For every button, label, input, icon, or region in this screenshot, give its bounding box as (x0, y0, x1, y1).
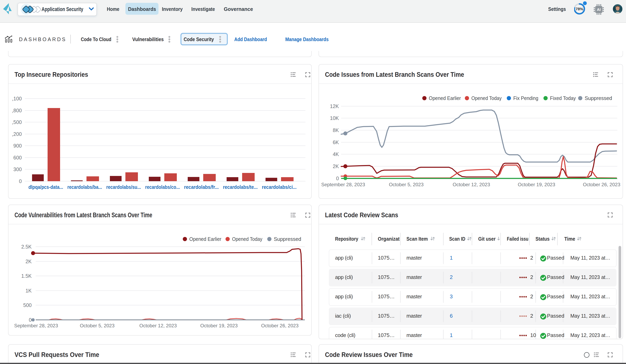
svg-text:October 5, 2023: October 5, 2023 (389, 182, 424, 187)
svg-text:12K: 12K (330, 103, 339, 109)
svg-text:,800: ,800 (12, 108, 22, 113)
svg-text:2.5K: 2.5K (21, 244, 32, 250)
svg-text:October 19, 2023: October 19, 2023 (200, 323, 237, 328)
svg-text:October 5, 2023: October 5, 2023 (80, 323, 115, 328)
svg-text:8K: 8K (333, 127, 339, 133)
svg-text:AI: AI (597, 7, 601, 12)
svg-text:2K: 2K (25, 258, 32, 264)
svg-text:Fixed Today: Fixed Today (550, 95, 576, 101)
svg-text:0: 0 (336, 176, 339, 181)
svg-text:September 28, 2023: September 28, 2023 (14, 323, 58, 328)
svg-text:Fix Pending: Fix Pending (513, 95, 538, 101)
svg-text:2K: 2K (333, 163, 339, 169)
svg-text:78%: 78% (576, 7, 583, 11)
svg-text:October 26, 2023: October 26, 2023 (261, 323, 298, 328)
svg-text:September 28, 2023: September 28, 2023 (321, 182, 365, 187)
svg-text:October 12, 2023: October 12, 2023 (453, 182, 490, 187)
svg-text:0: 0 (29, 317, 32, 323)
svg-text:recardolabs/ba...: recardolabs/ba... (67, 184, 102, 190)
svg-text:October 19, 2023: October 19, 2023 (518, 182, 555, 187)
svg-text:recardolabs/te...: recardolabs/te... (223, 184, 258, 190)
svg-text:dlpqa/pcs-data...: dlpqa/pcs-data... (28, 184, 63, 190)
svg-text:recardolabs/co...: recardolabs/co... (145, 184, 180, 190)
svg-text:recardolabs/ci...: recardolabs/ci... (262, 184, 297, 190)
svg-text:,200: ,200 (12, 131, 22, 137)
svg-text:600: 600 (13, 155, 22, 160)
svg-text:recardolabs/fr...: recardolabs/fr... (184, 184, 219, 190)
svg-text:,100: ,100 (12, 96, 22, 101)
svg-text:900: 900 (13, 143, 22, 148)
svg-text:Opened Earlier: Opened Earlier (429, 95, 461, 101)
svg-text:Opened Earlier: Opened Earlier (189, 236, 221, 242)
svg-text:6K: 6K (333, 140, 339, 145)
svg-text:Suppressed: Suppressed (274, 236, 301, 242)
svg-text:1.5K: 1.5K (21, 273, 32, 279)
svg-text:300: 300 (13, 166, 22, 172)
svg-text:Suppressed: Suppressed (585, 95, 612, 101)
svg-text:October 26, 2023: October 26, 2023 (583, 182, 620, 187)
svg-text:10K: 10K (330, 115, 339, 121)
svg-text:500: 500 (23, 302, 32, 308)
svg-text:,500: ,500 (12, 119, 22, 125)
svg-text:0: 0 (19, 178, 22, 184)
svg-text:Opened Today: Opened Today (232, 236, 262, 242)
svg-text:recardolabs/su...: recardolabs/su... (106, 184, 141, 190)
svg-text:4K: 4K (333, 151, 339, 157)
svg-text:October 12, 2023: October 12, 2023 (139, 323, 177, 328)
svg-text:1K: 1K (25, 288, 32, 293)
svg-text:Opened Today: Opened Today (471, 95, 502, 101)
